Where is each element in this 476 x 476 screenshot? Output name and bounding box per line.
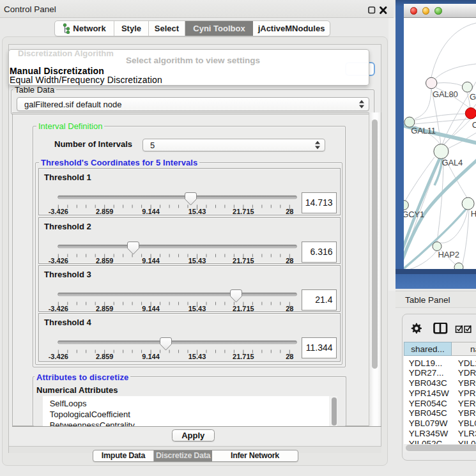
svg-text:15.43: 15.43 (188, 208, 206, 215)
svg-text:9.144: 9.144 (142, 305, 160, 312)
svg-text:28: 28 (286, 353, 293, 360)
svg-text:28: 28 (286, 305, 293, 312)
svg-text:2.859: 2.859 (96, 208, 114, 215)
svg-text:15.43: 15.43 (188, 257, 206, 265)
svg-text:21.715: 21.715 (233, 208, 254, 215)
svg-text:21.715: 21.715 (233, 353, 254, 360)
svg-text:9.144: 9.144 (142, 208, 160, 215)
svg-text:-3.426: -3.426 (49, 208, 68, 215)
svg-text:15.43: 15.43 (188, 305, 206, 312)
svg-text:2.859: 2.859 (96, 353, 114, 360)
svg-text:-3.426: -3.426 (49, 353, 68, 360)
svg-text:9.144: 9.144 (142, 257, 160, 265)
svg-text:2.859: 2.859 (96, 305, 114, 312)
svg-text:28: 28 (286, 257, 293, 265)
svg-text:9.144: 9.144 (142, 353, 160, 360)
svg-text:15.43: 15.43 (188, 353, 206, 360)
svg-text:21.715: 21.715 (233, 305, 254, 312)
svg-text:28: 28 (286, 208, 293, 215)
svg-text:21.715: 21.715 (233, 257, 254, 265)
svg-text:-3.426: -3.426 (49, 305, 68, 312)
svg-text:-3.426: -3.426 (49, 257, 68, 265)
svg-text:2.859: 2.859 (96, 257, 114, 265)
